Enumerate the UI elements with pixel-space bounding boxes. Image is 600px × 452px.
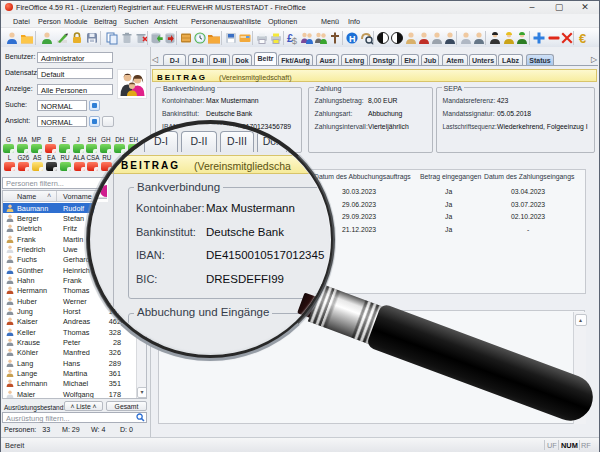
svg-text:€: € bbox=[579, 31, 586, 45]
svg-text:$: $ bbox=[292, 36, 297, 45]
svg-text:H: H bbox=[349, 34, 356, 44]
